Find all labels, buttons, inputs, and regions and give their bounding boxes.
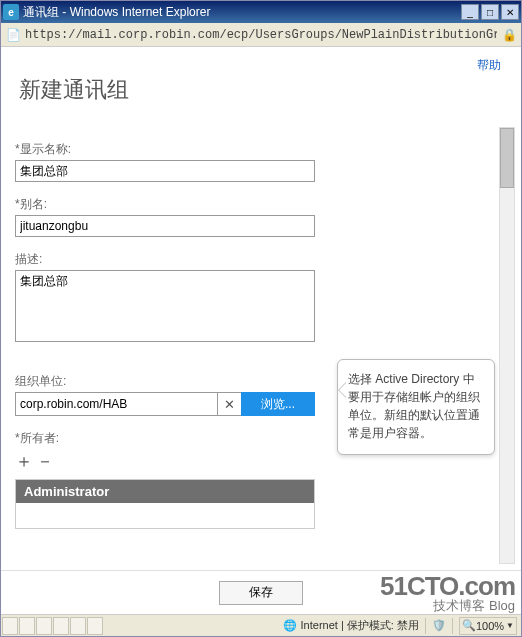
ou-input[interactable] [15,392,217,416]
browse-button[interactable]: 浏览... [241,392,315,416]
ou-clear-button[interactable]: ✕ [217,392,241,416]
close-icon: ✕ [224,397,235,412]
vertical-scrollbar[interactable] [499,127,515,564]
status-cell [70,617,86,635]
page-title: 新建通讯组 [1,47,521,115]
alias-label: *别名: [15,196,497,213]
page-icon: 📄 [5,27,21,43]
lock-icon: 🔒 [501,27,517,43]
address-url[interactable]: https://mail.corp.robin.com/ecp/UsersGro… [25,25,497,45]
display-name-input[interactable] [15,160,315,182]
display-name-label: *显示名称: [15,141,497,158]
dialog-footer: 保存 [1,570,521,614]
status-cell [19,617,35,635]
chevron-down-icon: ▼ [506,621,514,630]
save-button[interactable]: 保存 [219,581,303,605]
window-title: 通讯组 - Windows Internet Explorer [23,4,461,21]
status-cell [2,617,18,635]
scroll-thumb[interactable] [500,128,514,188]
window-titlebar: e 通讯组 - Windows Internet Explorer _ □ ✕ [1,1,521,23]
description-input[interactable] [15,270,315,342]
zoom-value: 100% [476,620,504,632]
status-cell [36,617,52,635]
help-link[interactable]: 帮助 [477,57,501,74]
zoom-selector[interactable]: 🔍 100% ▼ [459,617,517,635]
owner-list-item[interactable]: Administrator [16,480,314,503]
tooltip-text: 选择 Active Directory 中要用于存储组帐户的组织单位。新组的默认… [348,372,480,440]
zoom-icon: 🔍 [462,619,476,632]
protected-mode-icon: 🛡️ [432,619,446,632]
internet-zone-icon: 🌐 [283,619,297,632]
status-cell [87,617,103,635]
security-zone-text: Internet | 保护模式: 禁用 [301,618,419,633]
description-label: 描述: [15,251,497,268]
remove-owner-button[interactable]: － [36,453,54,471]
owner-list[interactable]: Administrator [15,479,315,529]
content-area: 帮助 新建通讯组 *显示名称: *别名: 描述: 组织单位: ✕ 浏览... *… [1,47,521,614]
alias-input[interactable] [15,215,315,237]
ou-tooltip: 选择 Active Directory 中要用于存储组帐户的组织单位。新组的默认… [337,359,495,455]
form: *显示名称: *别名: 描述: 组织单位: ✕ 浏览... *所有者: ＋ － … [15,127,497,564]
ie-icon: e [3,4,19,20]
status-bar: 🌐 Internet | 保护模式: 禁用 🛡️ 🔍 100% ▼ [1,614,521,636]
close-button[interactable]: ✕ [501,4,519,20]
maximize-button[interactable]: □ [481,4,499,20]
add-owner-button[interactable]: ＋ [15,453,33,471]
address-bar: 📄 https://mail.corp.robin.com/ecp/UsersG… [1,23,521,47]
minimize-button[interactable]: _ [461,4,479,20]
status-cell [53,617,69,635]
